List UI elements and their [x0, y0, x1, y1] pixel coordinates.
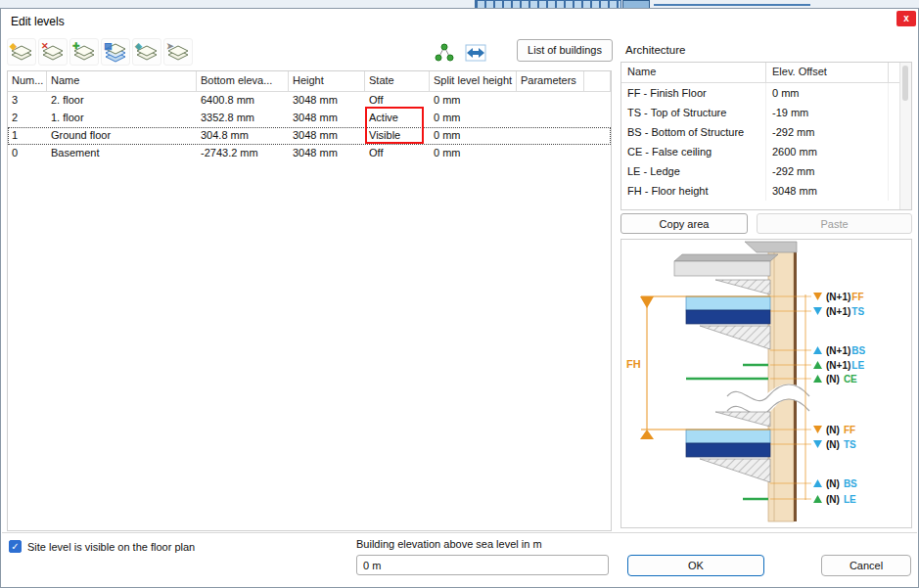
level-bottom-elevation[interactable]: 304.8 mm [197, 127, 289, 145]
state-highlight-annotation [365, 107, 424, 144]
delete-level-button[interactable]: ✕ [38, 38, 68, 66]
plane-offset[interactable]: -292 mm [766, 161, 889, 181]
row-filler [584, 127, 611, 145]
transfer-level-button[interactable]: ➤ [163, 38, 193, 66]
level-label-n-ff: (N)FF [813, 425, 855, 435]
close-button[interactable]: x [896, 11, 916, 26]
level-marker-icon [813, 307, 822, 315]
level-marker-icon [813, 440, 822, 448]
level-split-height[interactable]: 0 mm [430, 110, 517, 127]
site-level-checkbox[interactable]: ✓ [9, 540, 22, 553]
upper-floor-assembly [674, 254, 778, 379]
match-level-icon: ◈ [134, 40, 160, 64]
plane-name[interactable]: CE - False ceiling [621, 142, 766, 161]
plane-offset[interactable]: -292 mm [766, 122, 889, 142]
plane-name[interactable]: TS - Top of Structure [621, 103, 766, 122]
table-row[interactable]: 0 Basement -2743.2 mm 3048 mm Off 0 mm [8, 145, 611, 162]
levels-toolbar: ◆ ✕ ✚ ▤ [7, 38, 193, 68]
level-num: 2 [8, 110, 47, 127]
building-elevation-input[interactable] [356, 555, 609, 575]
plane-offset[interactable]: 3048 mm [766, 181, 889, 201]
list-of-buildings-button[interactable]: List of buildings [517, 39, 613, 62]
levels-table: Num... Name Bottom eleva... Height State… [7, 70, 612, 531]
paste-button[interactable]: Paste [757, 213, 912, 234]
level-name[interactable]: Ground floor [47, 127, 197, 145]
ok-button[interactable]: OK [627, 555, 764, 576]
plane-name[interactable]: BS - Bottom of Structure [621, 122, 766, 142]
level-label-n1-ts: (N+1)TS [813, 306, 864, 317]
level-parameters[interactable] [517, 92, 584, 110]
column-header-parameters: Parameters [517, 71, 584, 91]
badge-glyph: ✚ [72, 41, 80, 51]
level-split-height[interactable]: 0 mm [430, 127, 517, 145]
level-marker-icon [813, 426, 822, 433]
row-filler [584, 92, 611, 110]
level-label-n1-ff: (N+1)FF [813, 292, 864, 302]
building-structure-button[interactable] [432, 40, 457, 66]
level-marker-icon [813, 495, 822, 503]
svg-text:(N+1)TS: (N+1)TS [826, 306, 864, 317]
architecture-table-header: Name Elev. Offset [621, 63, 911, 83]
level-name[interactable]: Basement [47, 145, 197, 162]
plane-offset[interactable]: 2600 mm [766, 142, 889, 161]
badge-glyph: ◈ [134, 41, 143, 51]
plane-name[interactable]: LE - Ledge [621, 161, 766, 181]
levels-table-header: Num... Name Bottom eleva... Height State… [8, 71, 611, 92]
level-marker-icon [813, 346, 822, 354]
level-parameters[interactable] [517, 127, 584, 145]
transfer-parameters-button[interactable] [463, 40, 488, 66]
list-item[interactable]: BS - Bottom of Structure -292 mm [621, 122, 911, 142]
plane-offset[interactable]: -19 mm [766, 103, 889, 122]
copy-area-button[interactable]: Copy area [620, 213, 748, 234]
level-height[interactable]: 3048 mm [289, 145, 365, 162]
building-elevation-label: Building elevation above sea level in m [356, 538, 542, 550]
level-label-n-ts: (N)TS [813, 439, 856, 450]
level-parameters[interactable] [517, 110, 584, 127]
dialog-title: Edit levels [11, 15, 65, 28]
level-marker-icon [813, 361, 822, 369]
dialog-titlebar[interactable]: Edit levels x [1, 9, 918, 34]
level-bottom-elevation[interactable]: -2743.2 mm [197, 145, 289, 162]
table-row[interactable]: 3 2. floor 6400.8 mm 3048 mm Off 0 mm [8, 92, 611, 110]
architecture-table: Name Elev. Offset FF - Finish Floor 0 mm… [620, 62, 912, 210]
table-row-selected[interactable]: 1 Ground floor 304.8 mm 3048 mm Visible … [8, 127, 611, 145]
column-header-num: Num... [8, 71, 47, 91]
level-split-height[interactable]: 0 mm [430, 92, 517, 110]
footer-divider [2, 532, 917, 533]
level-height[interactable]: 3048 mm [289, 110, 365, 127]
scrollbar[interactable] [899, 63, 911, 209]
list-item[interactable]: CE - False ceiling 2600 mm [621, 142, 911, 161]
level-bottom-elevation[interactable]: 3352.8 mm [197, 110, 289, 127]
scrollbar-thumb[interactable] [902, 66, 908, 101]
list-item[interactable]: TS - Top of Structure -19 mm [621, 103, 911, 122]
list-item[interactable]: FH - Floor height 3048 mm [621, 181, 911, 201]
level-label-n-bs: (N)BS [813, 478, 857, 489]
level-name[interactable]: 1. floor [47, 110, 197, 127]
level-height[interactable]: 3048 mm [289, 92, 365, 110]
edit-levels-dialog: Edit levels x ◆ ✕ ✚ [0, 8, 919, 588]
plane-name[interactable]: FH - Floor height [621, 181, 766, 201]
svg-text:(N+1)LE: (N+1)LE [826, 360, 864, 371]
column-header-state: State [365, 71, 430, 91]
plane-offset[interactable]: 0 mm [766, 83, 889, 103]
cancel-button[interactable]: Cancel [821, 555, 911, 576]
list-item[interactable]: LE - Ledge -292 mm [621, 161, 911, 181]
insert-level-button[interactable]: ✚ [69, 38, 99, 66]
stack-levels-icon: ▤ [103, 40, 128, 64]
level-parameters[interactable] [517, 145, 584, 162]
add-level-button[interactable]: ◆ [7, 38, 36, 66]
level-bottom-elevation[interactable]: 6400.8 mm [197, 92, 289, 110]
level-state[interactable]: Off [365, 145, 430, 162]
level-name[interactable]: 2. floor [47, 92, 197, 110]
section-drawing: FH (N+1)FF (N+1)TS (N+1)BS (N+1)LE [621, 240, 911, 527]
transfer-level-icon: ➤ [165, 40, 191, 64]
match-level-button[interactable]: ◈ [132, 38, 161, 66]
list-item[interactable]: FF - Finish Floor 0 mm [621, 83, 911, 103]
table-row[interactable]: 2 1. floor 3352.8 mm 3048 mm Active 0 mm [8, 110, 611, 127]
column-header-elev-offset: Elev. Offset [766, 63, 889, 82]
level-num: 0 [8, 145, 47, 162]
stack-levels-button[interactable]: ▤ [101, 38, 130, 66]
level-height[interactable]: 3048 mm [289, 127, 365, 145]
level-split-height[interactable]: 0 mm [430, 145, 517, 162]
plane-name[interactable]: FF - Finish Floor [621, 83, 766, 103]
